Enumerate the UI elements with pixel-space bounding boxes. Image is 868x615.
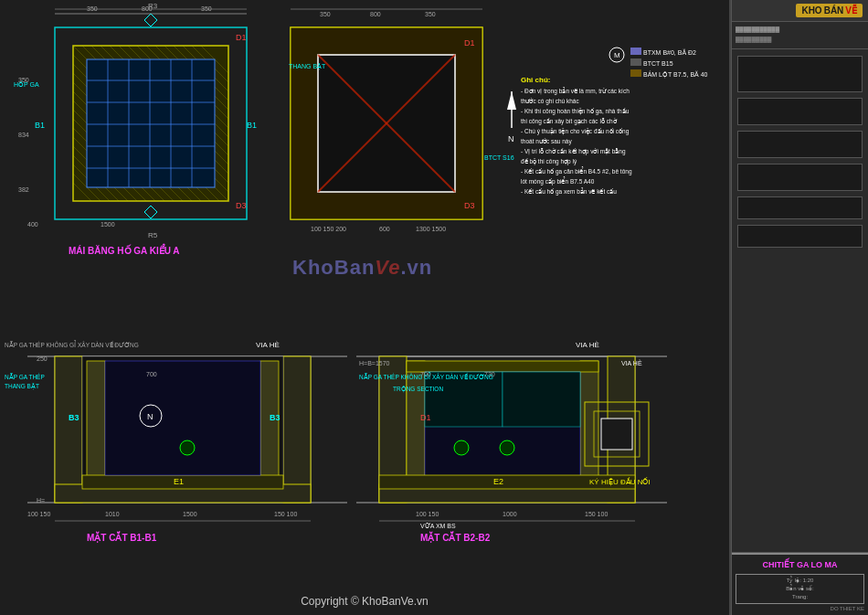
svg-text:M: M	[614, 51, 620, 59]
svg-text:H=B=1570: H=B=1570	[359, 360, 390, 366]
svg-point-143	[454, 440, 469, 455]
drawing-number: Bản vẽ số:	[738, 585, 862, 593]
svg-text:B1: B1	[35, 121, 45, 130]
svg-point-144	[500, 440, 514, 455]
svg-marker-43	[144, 14, 157, 27]
svg-text:B3: B3	[69, 413, 79, 422]
svg-text:- Kết cấu hố ga xem bản vẽ kết: - Kết cấu hố ga xem bản vẽ kết cấu	[521, 187, 617, 196]
panel-dims	[732, 49, 868, 553]
svg-text:thi công cần xây bít gạch các : thi công cần xây bít gạch các lỗ chờ	[521, 118, 618, 125]
svg-text:VIA HÈ: VIA HÈ	[256, 341, 280, 349]
svg-text:N: N	[508, 134, 514, 143]
svg-rect-106	[283, 356, 311, 503]
svg-text:- Chú ý thuận tiện cho việc đấ: - Chú ý thuận tiện cho việc đấu nối cống	[521, 128, 630, 135]
svg-text:BTXM B#0, BĂ Đ2: BTXM B#0, BĂ Đ2	[643, 48, 696, 56]
svg-text:800: 800	[370, 11, 381, 17]
svg-text:TRỘNG SECTION: TRỘNG SECTION	[393, 386, 443, 393]
svg-text:D3: D3	[464, 201, 475, 210]
date-label: DO THIET KE	[736, 606, 864, 611]
svg-text:350: 350	[87, 5, 98, 12]
svg-rect-137	[580, 361, 598, 480]
svg-text:Ghi chú:: Ghi chú:	[521, 76, 550, 84]
svg-text:THANG BẬT: THANG BẬT	[5, 383, 39, 390]
svg-marker-78	[507, 91, 516, 110]
scale-label: Tỷ lệ: 1:20	[738, 577, 862, 585]
svg-text:1500: 1500	[101, 221, 115, 228]
chitiet-title: CHITIẾT GA LO MA	[736, 558, 864, 571]
svg-text:- Vị trí lỗ chờ cần kết hợp vớ: - Vị trí lỗ chờ cần kết hợp với mặt bằng	[521, 148, 626, 155]
svg-text:VỮA XM BS: VỮA XM BS	[420, 523, 456, 529]
svg-text:VIA HÈ: VIA HÈ	[576, 341, 599, 349]
logo-box: KHO BÁN VẼ	[796, 4, 863, 17]
svg-text:100 150: 100 150	[27, 511, 50, 517]
svg-text:700: 700	[146, 371, 157, 377]
svg-text:- Kết cấu hố ga căn biển B4.5 : - Kết cấu hố ga căn biển B4.5 #2, bê tôn…	[521, 166, 632, 175]
svg-text:B3: B3	[270, 413, 281, 422]
svg-text:H=: H=	[37, 497, 45, 504]
svg-text:R5: R5	[148, 231, 158, 239]
svg-text:VIA HÈ: VIA HÈ	[621, 359, 642, 366]
logo-kho: KHO	[801, 5, 821, 16]
svg-text:1300 1500: 1300 1500	[416, 226, 446, 232]
svg-point-118	[180, 440, 195, 455]
cad-svg: D1 D3 B1 B1 HỐP GA 350 800 350 350 834 3…	[0, 0, 731, 615]
svg-text:1010: 1010	[105, 511, 120, 517]
svg-text:E1: E1	[174, 477, 184, 486]
svg-text:R3: R3	[148, 2, 158, 10]
svg-text:400: 400	[27, 221, 38, 228]
svg-rect-94	[630, 48, 641, 55]
svg-text:150 100: 150 100	[274, 511, 297, 517]
svg-text:N: N	[147, 412, 153, 421]
right-panel: KHO BÁN VẼ ▓▓▓▓▓▓▓▓▓▓▓ ▓▓▓▓▓▓▓▓▓ CHITIẾT…	[731, 0, 868, 615]
svg-text:D1: D1	[236, 33, 247, 42]
svg-text:1000: 1000	[503, 511, 517, 517]
svg-text:100 150: 100 150	[416, 511, 439, 517]
svg-text:- Đơn vị trong bản vẽ là mm, t: - Đơn vị trong bản vẽ là mm, trừ các kíc…	[521, 87, 630, 95]
svg-text:600: 600	[379, 226, 390, 232]
svg-rect-96	[630, 58, 641, 66]
panel-project-info: ▓▓▓▓▓▓▓▓▓▓▓ ▓▓▓▓▓▓▓▓▓	[732, 22, 868, 49]
svg-text:NẮP GA THÉP KHÔNG GỈ XÂY DÀN V: NẮP GA THÉP KHÔNG GỈ XÂY DÀN VỀ ĐƯỜNG	[5, 340, 139, 348]
svg-text:834: 834	[18, 132, 29, 138]
svg-rect-109	[87, 361, 105, 480]
main-drawing-area: D1 D3 B1 B1 HỐP GA 350 800 350 350 834 3…	[0, 0, 731, 615]
svg-text:350: 350	[425, 11, 436, 17]
svg-rect-160	[601, 419, 632, 450]
logo-ve: VẼ	[845, 5, 857, 16]
svg-text:BÁM LỘT B7.5, BĂ 40: BÁM LỘT B7.5, BĂ 40	[643, 70, 708, 79]
svg-text:thoát nước sau này: thoát nước sau này	[521, 138, 572, 145]
svg-text:350: 350	[201, 5, 212, 12]
svg-text:MẶT CẮT B1-B1: MẶT CẮT B1-B1	[87, 531, 157, 543]
svg-text:BTCT S16: BTCT S16	[484, 154, 514, 161]
svg-text:E2: E2	[493, 477, 503, 486]
svg-text:NẮP GA THÉP: NẮP GA THÉP	[5, 373, 45, 380]
svg-text:382: 382	[18, 186, 29, 193]
svg-text:- Khi thi công hoàn thiện hố g: - Khi thi công hoàn thiện hố ga, nhà thầ…	[521, 108, 630, 115]
svg-text:D3: D3	[236, 201, 247, 210]
svg-text:1500: 1500	[183, 511, 197, 517]
svg-text:250: 250	[37, 355, 48, 362]
svg-text:100 150 200: 100 150 200	[311, 226, 346, 232]
svg-text:KÝ HIỆU ĐẦU NỐI: KÝ HIỆU ĐẦU NỐI	[589, 477, 651, 486]
svg-text:đề bộ thi công hợp lý: đề bộ thi công hợp lý	[521, 158, 577, 165]
svg-rect-141	[425, 372, 503, 427]
svg-text:150 100: 150 100	[585, 511, 608, 517]
svg-rect-98	[630, 69, 641, 77]
svg-rect-105	[55, 356, 82, 503]
svg-text:350: 350	[18, 77, 29, 83]
svg-marker-44	[144, 206, 157, 218]
svg-text:thước có ghi chú khác: thước có ghi chú khác	[521, 98, 579, 105]
copyright-text: Copyright © KhoBanVe.vn	[301, 595, 429, 608]
page-number: Trang:	[738, 593, 862, 601]
svg-text:MÁI BĂNG HỐ GA KIỂU A: MÁI BĂNG HỐ GA KIỂU A	[69, 243, 180, 256]
svg-text:MẶT CẮT B2-B2: MẶT CẮT B2-B2	[420, 531, 491, 543]
svg-text:350: 350	[320, 11, 331, 17]
logo-area: KHO BÁN VẼ	[732, 0, 868, 22]
svg-text:D1: D1	[420, 413, 431, 422]
svg-text:lót móng cấp biển B7.5 A40: lót móng cấp biển B7.5 A40	[521, 176, 595, 186]
svg-text:NẮP GA THÉP KHÔNG GỈ XÂY DÀN V: NẮP GA THÉP KHÔNG GỈ XÂY DÀN VỀ ĐƯỜNG	[359, 372, 493, 380]
svg-rect-142	[503, 372, 580, 427]
panel-text-1: ▓▓▓▓▓▓▓▓▓▓▓ ▓▓▓▓▓▓▓▓▓	[736, 25, 864, 45]
chitiet-section: CHITIẾT GA LO MA Tỷ lệ: 1:20 Bản vẽ số: …	[732, 553, 868, 615]
svg-text:BTCT B15: BTCT B15	[643, 60, 673, 67]
